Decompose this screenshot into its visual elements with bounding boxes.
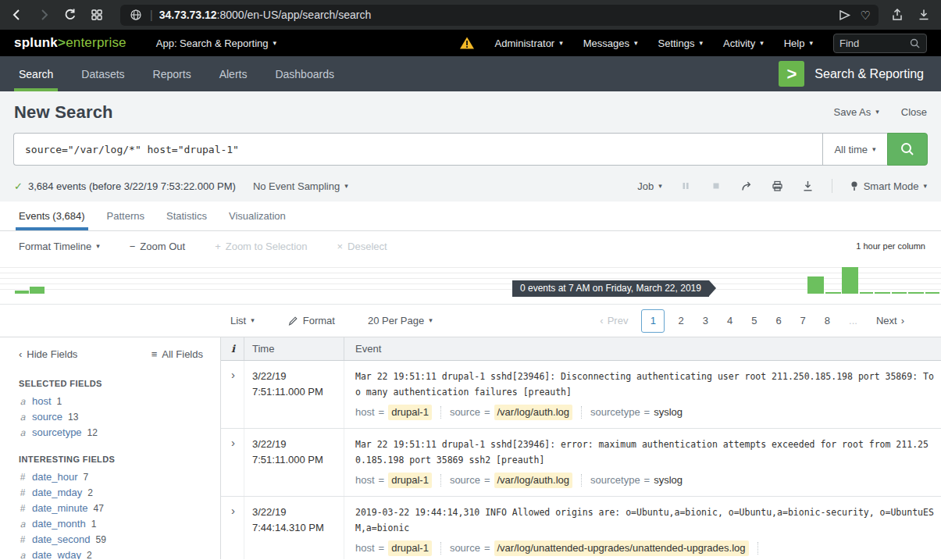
timeline-bar[interactable] — [892, 292, 907, 294]
list-view-menu[interactable]: List▾ — [230, 315, 255, 326]
per-page-menu[interactable]: 20 Per Page▾ — [368, 315, 433, 326]
close-button[interactable]: Close — [901, 106, 927, 118]
splunk-logo[interactable]: splunk>enterprise — [14, 35, 127, 51]
job-menu[interactable]: Job▾ — [637, 180, 662, 192]
warning-icon[interactable] — [459, 35, 475, 51]
search-mode-menu[interactable]: Smart Mode▾ — [850, 180, 927, 192]
timeline-bar[interactable] — [30, 287, 45, 294]
field-item-date_wday[interactable]: adate_wday2 — [19, 548, 203, 559]
timeline-bar[interactable] — [15, 291, 29, 294]
field-value[interactable]: drupal-1 — [388, 473, 432, 488]
page-8[interactable]: 8 — [819, 315, 836, 326]
nav-item-reports[interactable]: Reports — [139, 56, 205, 91]
time-column-header[interactable]: Time — [244, 337, 344, 360]
expand-event-icon[interactable]: › — [231, 436, 235, 449]
time-range-picker[interactable]: All time▾ — [822, 133, 887, 166]
field-item-host[interactable]: ahost1 — [19, 394, 203, 409]
page-6[interactable]: 6 — [770, 315, 786, 326]
send-icon[interactable] — [837, 7, 853, 23]
page-3[interactable]: 3 — [697, 315, 714, 326]
field-label[interactable]: source — [450, 405, 480, 420]
menu-administrator[interactable]: Administrator▾ — [495, 37, 563, 49]
nav-item-dashboards[interactable]: Dashboards — [261, 56, 348, 91]
field-value[interactable]: /var/log/unattended-upgrades/unattended-… — [494, 540, 749, 556]
bookmark-heart-icon[interactable]: ♡ — [861, 9, 871, 21]
event-raw-text[interactable]: 2019-03-22 19:44:14,310 INFO Allowed ori… — [355, 505, 935, 536]
tab-statistics[interactable]: Statistics — [155, 202, 218, 230]
search-query-input[interactable] — [13, 133, 822, 166]
field-item-date_mday[interactable]: #date_mday2 — [19, 485, 203, 501]
share-job-icon[interactable] — [740, 180, 754, 193]
tab-patterns[interactable]: Patterns — [96, 202, 155, 230]
menu-settings[interactable]: Settings▾ — [658, 37, 704, 49]
event-raw-text[interactable]: Mar 22 19:51:11 drupal-1 sshd[23946]: Di… — [355, 369, 935, 400]
hide-fields-button[interactable]: ‹Hide Fields — [19, 348, 77, 360]
print-icon[interactable] — [771, 180, 784, 193]
nav-item-alerts[interactable]: Alerts — [205, 56, 262, 91]
field-value[interactable]: unattended-upgrades-too_small — [419, 558, 562, 559]
field-value[interactable]: drupal-1 — [388, 540, 432, 556]
find-input[interactable] — [839, 37, 909, 49]
expand-event-icon[interactable]: › — [231, 368, 235, 381]
download-icon[interactable] — [916, 7, 932, 23]
format-results-button[interactable]: Format — [287, 315, 335, 326]
menu-help[interactable]: Help▾ — [784, 37, 813, 49]
field-value[interactable]: syslog — [654, 473, 683, 488]
event-timeline-chart[interactable]: 0 events at 7 AM on Friday, March 22, 20… — [0, 261, 941, 305]
field-item-source[interactable]: asource13 — [19, 409, 203, 425]
share-icon[interactable] — [889, 7, 905, 23]
zoom-to-selection-button[interactable]: +Zoom to Selection — [215, 241, 307, 252]
app-menu[interactable]: App: Search & Reporting▾ — [156, 37, 276, 49]
nav-item-datasets[interactable]: Datasets — [67, 56, 138, 91]
pause-icon[interactable] — [679, 180, 693, 193]
menu-messages[interactable]: Messages▾ — [583, 37, 638, 49]
prev-page-button[interactable]: ‹Prev — [594, 315, 633, 326]
field-value[interactable]: /var/log/auth.log — [494, 473, 573, 488]
search-submit-button[interactable] — [887, 133, 928, 166]
zoom-out-button[interactable]: −Zoom Out — [130, 241, 185, 252]
timeline-bar[interactable] — [842, 267, 858, 294]
browser-back-icon[interactable] — [9, 7, 25, 23]
field-item-date_second[interactable]: #date_second59 — [19, 532, 203, 548]
timeline-bar[interactable] — [825, 292, 841, 294]
field-label[interactable]: sourcetype — [590, 405, 640, 420]
save-as-button[interactable]: Save As▾ — [834, 106, 879, 118]
event-sampling-menu[interactable]: No Event Sampling▾ — [253, 180, 348, 192]
timeline-bar[interactable] — [908, 292, 924, 294]
page-7[interactable]: 7 — [795, 315, 811, 326]
timeline-bar[interactable] — [860, 292, 873, 294]
page-5[interactable]: 5 — [746, 315, 762, 326]
timeline-bar[interactable] — [807, 276, 824, 294]
stop-icon[interactable] — [710, 180, 723, 193]
field-label[interactable]: host — [355, 540, 375, 556]
field-label[interactable]: sourcetype — [590, 473, 640, 488]
field-value[interactable]: drupal-1 — [388, 405, 432, 420]
field-item-sourcetype[interactable]: asourcetype12 — [19, 425, 203, 441]
field-label[interactable]: source — [450, 540, 480, 556]
field-label[interactable]: host — [355, 473, 375, 488]
expand-event-icon[interactable]: › — [231, 504, 235, 517]
export-icon[interactable] — [801, 180, 814, 193]
field-label[interactable]: source — [450, 473, 480, 488]
find-search-box[interactable] — [833, 34, 927, 53]
all-fields-button[interactable]: ≡All Fields — [151, 348, 203, 360]
tab-events[interactable]: Events (3,684) — [8, 202, 96, 230]
deselect-button[interactable]: ×Deselect — [337, 241, 387, 252]
page-2[interactable]: 2 — [672, 315, 689, 326]
app-logo-icon[interactable]: > — [779, 61, 804, 87]
event-raw-text[interactable]: Mar 22 19:51:11 drupal-1 sshd[23946]: er… — [355, 437, 935, 468]
field-item-date_minute[interactable]: #date_minute47 — [19, 501, 203, 516]
page-1[interactable]: 1 — [641, 309, 665, 333]
address-bar[interactable]: | 34.73.73.12:8000/en-US/app/search/sear… — [120, 5, 879, 26]
menu-activity[interactable]: Activity▾ — [723, 37, 764, 49]
timeline-bar[interactable] — [875, 292, 890, 294]
browser-forward-icon[interactable] — [36, 7, 52, 23]
next-page-button[interactable]: Next› — [871, 315, 910, 326]
field-value[interactable]: /var/log/auth.log — [494, 405, 573, 420]
format-timeline-menu[interactable]: Format Timeline▾ — [19, 241, 100, 252]
field-label[interactable]: sourcetype — [355, 558, 405, 559]
browser-reload-icon[interactable] — [62, 7, 78, 23]
field-item-date_hour[interactable]: #date_hour7 — [19, 469, 203, 485]
timeline-bar[interactable] — [925, 292, 939, 294]
page-4[interactable]: 4 — [722, 315, 738, 326]
